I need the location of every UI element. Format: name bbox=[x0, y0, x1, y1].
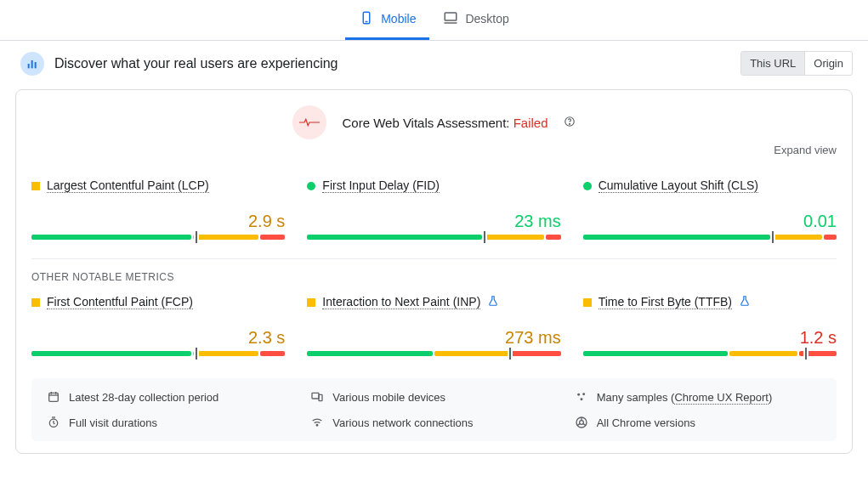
svg-rect-14 bbox=[319, 394, 322, 400]
divider bbox=[31, 258, 837, 259]
metric-value-lcp: 2.9 s bbox=[31, 212, 285, 231]
metric-fid[interactable]: First Input Delay (FID) 23 ms bbox=[307, 178, 560, 240]
footer-versions: All Chrome versions bbox=[575, 416, 821, 429]
field-data-card: Core Web Vitals Assessment: Failed Expan… bbox=[15, 89, 853, 454]
svg-rect-2 bbox=[445, 13, 457, 20]
status-square-icon bbox=[583, 298, 592, 307]
footer-durations: Full visit durations bbox=[47, 416, 293, 429]
wifi-icon bbox=[310, 416, 324, 429]
chrome-ux-report-link[interactable]: Chrome UX Report bbox=[674, 391, 769, 405]
metric-name-ttfb[interactable]: Time to First Byte (TTFB) bbox=[599, 295, 732, 309]
gauge-icon bbox=[20, 52, 44, 76]
svg-line-23 bbox=[577, 423, 580, 425]
mobile-icon bbox=[359, 10, 374, 28]
svg-point-8 bbox=[569, 123, 570, 124]
svg-line-24 bbox=[582, 423, 585, 425]
metric-name-fid[interactable]: First Input Delay (FID) bbox=[322, 178, 440, 193]
assessment-status: Failed bbox=[513, 116, 548, 130]
footer-devices: Various mobile devices bbox=[310, 390, 557, 404]
tab-mobile[interactable]: Mobile bbox=[345, 0, 429, 40]
footer-samples: Many samples (Chrome UX Report) bbox=[575, 390, 821, 404]
flask-icon bbox=[487, 295, 499, 309]
metric-fcp[interactable]: First Contentful Paint (FCP) 2.3 s bbox=[31, 295, 285, 356]
scope-this-url[interactable]: This URL bbox=[741, 52, 804, 75]
clock-icon bbox=[47, 416, 60, 429]
metric-value-fid: 23 ms bbox=[307, 212, 560, 231]
expand-view-link[interactable]: Expand view bbox=[774, 144, 837, 156]
metric-name-fcp[interactable]: First Contentful Paint (FCP) bbox=[47, 295, 193, 309]
svg-rect-5 bbox=[31, 60, 33, 68]
svg-point-17 bbox=[580, 398, 582, 400]
svg-point-16 bbox=[582, 393, 585, 395]
footer-collection-period: Latest 28-day collection period bbox=[47, 390, 293, 404]
header-row: Discover what your real users are experi… bbox=[0, 41, 868, 82]
tab-mobile-label: Mobile bbox=[381, 12, 416, 25]
svg-rect-4 bbox=[28, 64, 30, 68]
metric-bar-fid bbox=[307, 235, 560, 240]
metric-ttfb[interactable]: Time to First Byte (TTFB) 1.2 s bbox=[583, 295, 837, 356]
page-title: Discover what your real users are experi… bbox=[54, 56, 338, 71]
other-metrics-grid: First Contentful Paint (FCP) 2.3 s Inter… bbox=[31, 295, 837, 356]
svg-point-19 bbox=[317, 425, 319, 427]
pulse-icon bbox=[292, 105, 326, 139]
flask-icon bbox=[739, 295, 751, 309]
tab-desktop-label: Desktop bbox=[465, 12, 508, 25]
data-source-footer: Latest 28-day collection period Various … bbox=[31, 378, 837, 441]
device-tabs: Mobile Desktop bbox=[0, 0, 868, 41]
svg-point-15 bbox=[577, 394, 580, 396]
metric-value-cls: 0.01 bbox=[583, 212, 837, 231]
metric-value-ttfb: 1.2 s bbox=[583, 328, 837, 348]
metric-cls[interactable]: Cumulative Layout Shift (CLS) 0.01 bbox=[583, 178, 837, 240]
status-square-icon bbox=[31, 182, 40, 190]
metric-bar-ttfb bbox=[583, 351, 837, 356]
scope-toggle: This URL Origin bbox=[740, 51, 853, 76]
metric-lcp[interactable]: Largest Contentful Paint (LCP) 2.9 s bbox=[31, 178, 285, 240]
metric-bar-fcp bbox=[31, 351, 285, 356]
samples-icon bbox=[575, 390, 588, 404]
tab-desktop[interactable]: Desktop bbox=[429, 0, 522, 40]
svg-rect-13 bbox=[312, 393, 319, 399]
metric-value-inp: 273 ms bbox=[307, 328, 560, 348]
status-square-icon bbox=[307, 298, 315, 307]
svg-rect-9 bbox=[49, 393, 59, 401]
svg-rect-6 bbox=[35, 62, 37, 68]
metric-value-fcp: 2.3 s bbox=[31, 328, 285, 348]
metric-bar-lcp bbox=[31, 235, 285, 240]
devices-icon bbox=[310, 390, 324, 404]
metric-bar-cls bbox=[583, 235, 837, 240]
assessment-row: Core Web Vitals Assessment: Failed Expan… bbox=[31, 105, 837, 139]
status-square-icon bbox=[31, 298, 40, 307]
help-icon[interactable] bbox=[564, 116, 576, 130]
core-metrics-grid: Largest Contentful Paint (LCP) 2.9 s Fir… bbox=[31, 178, 837, 240]
metric-name-inp[interactable]: Interaction to Next Paint (INP) bbox=[322, 295, 480, 309]
section-label: OTHER NOTABLE METRICS bbox=[31, 271, 837, 283]
chrome-icon bbox=[575, 416, 588, 429]
assessment-text: Core Web Vitals Assessment: Failed bbox=[342, 116, 547, 130]
desktop-icon bbox=[443, 10, 458, 28]
metric-name-cls[interactable]: Cumulative Layout Shift (CLS) bbox=[599, 178, 758, 193]
metric-name-lcp[interactable]: Largest Contentful Paint (LCP) bbox=[47, 178, 209, 193]
metric-inp[interactable]: Interaction to Next Paint (INP) 273 ms bbox=[307, 295, 560, 356]
scope-origin[interactable]: Origin bbox=[804, 52, 852, 75]
calendar-icon bbox=[47, 390, 60, 404]
status-dot-icon bbox=[307, 182, 315, 190]
footer-networks: Various network connections bbox=[310, 416, 557, 429]
metric-bar-inp bbox=[307, 351, 560, 356]
status-dot-icon bbox=[583, 182, 592, 190]
